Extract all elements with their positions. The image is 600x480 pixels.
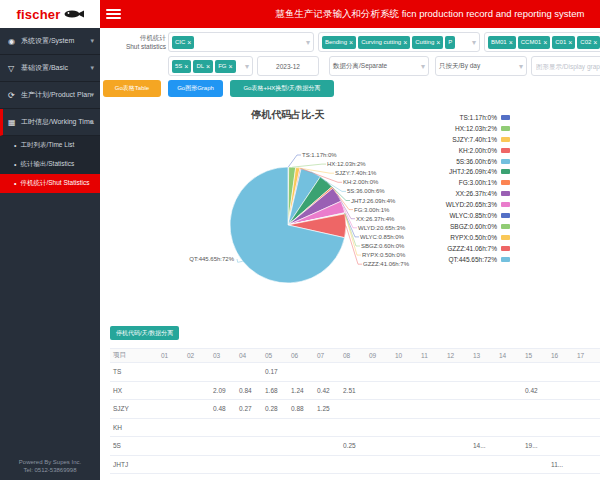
table-cell (314, 418, 340, 437)
table-cell (496, 400, 522, 419)
sidebar-item-label: 系统设置/System (21, 36, 74, 46)
table-col-header: 14 (496, 349, 522, 363)
sidebar-item-system[interactable]: ◉系统设置/System▾ (0, 28, 100, 55)
table-col-header: 08 (340, 349, 366, 363)
legend-item-WLYD[interactable]: WLYD:20.65h:3% (418, 199, 510, 210)
table-col-header: 16 (548, 349, 574, 363)
gear-icon: ◉ (8, 37, 17, 46)
table-cell (522, 455, 548, 474)
legend-item-WLYC[interactable]: WLYC:0.85h:0% (418, 210, 510, 221)
legend-item-5S[interactable]: 5S:36.00h:6% (418, 156, 510, 167)
legend-item-GZZZ[interactable]: GZZZ:41.06h:7% (418, 243, 510, 254)
table-cell (444, 455, 470, 474)
sidebar-item-basic[interactable]: ▽基础设置/Basic▾ (0, 55, 100, 82)
table-cell: 0.25 (340, 437, 366, 456)
pie-label-JHTJ: JHTJ:26.09h:4% (351, 198, 396, 204)
legend-item-FG[interactable]: FG:3.00h:1% (418, 177, 510, 188)
sidebar-nav: ◉系统设置/System▾▽基础设置/Basic▾⟳生产计划/Product P… (0, 28, 100, 480)
table-cell (548, 400, 574, 419)
table-cell: 0.48 (210, 400, 236, 419)
chevron-down-icon: ▾ (90, 37, 94, 45)
legend-item-KH[interactable]: KH:2.00h:0% (418, 145, 510, 156)
section-button[interactable]: 停机代码/天/数据分离 (110, 326, 179, 340)
table-col-header: 09 (366, 349, 392, 363)
legend-swatch (501, 202, 510, 207)
table-cell (184, 400, 210, 419)
table-cell (288, 437, 314, 456)
row-name: TS (110, 363, 158, 382)
legend-label: TS:1.17h:0% (459, 114, 497, 121)
sidebar-subitem-statistics[interactable]: •统计输出/Statistics (0, 155, 100, 174)
sidebar-item-product-plan[interactable]: ⟳生产计划/Product Plan▾ (0, 82, 100, 109)
table-row-HX: HX2.090.841.681.240.422.510.42 (110, 381, 600, 400)
powered-by: Powered By Supes Inc. Tel: 0512-53869998 (0, 458, 100, 474)
legend-item-JHTJ[interactable]: JHTJ:26.09h:4% (418, 166, 510, 177)
pie-label-FG: FG:3.00h:1% (354, 207, 390, 213)
table-col-header: 03 (210, 349, 236, 363)
table-cell (236, 363, 262, 382)
legend-swatch (501, 180, 510, 185)
table-cell (340, 474, 366, 480)
table-cell (340, 400, 366, 419)
table-cell: 0.17 (262, 363, 288, 382)
table-cell: 0.27 (236, 400, 262, 419)
sidebar-subitem-shut-statistics[interactable]: •停机统计/Shut Statistics (0, 174, 100, 193)
table-cell (262, 418, 288, 437)
table-cell (496, 474, 522, 480)
legend-label: KH:2.00h:0% (459, 147, 497, 154)
pie-label-HX: HX:12.03h:2% (327, 161, 366, 167)
pie-leader-line (292, 164, 326, 167)
table-row-TS: TS0.17 (110, 363, 600, 382)
sidebar-item-working-time[interactable]: ▦工时信息/Working Time▴ (0, 109, 100, 136)
hamburger-menu-icon[interactable] (106, 6, 121, 21)
app-title: 慧鱼生产记录输入和分析系统 ficn production record and… (270, 0, 590, 28)
table-col-header: 06 (288, 349, 314, 363)
table-cell (496, 418, 522, 437)
legend-swatch (501, 137, 510, 142)
row-name: JHTJ (110, 455, 158, 474)
legend-item-QT[interactable]: QT:445.65h:72% (418, 254, 510, 265)
table-cell (236, 455, 262, 474)
table-cell (288, 455, 314, 474)
table-cell: 0.84 (236, 381, 262, 400)
sidebar-subitem-label: 统计输出/Statistics (20, 160, 74, 169)
pie-label-WLYD: WLYD:20.65h:3% (358, 225, 406, 231)
legend-label: 5S:36.00h:6% (456, 158, 497, 165)
legend-item-XX[interactable]: XX:26.37h:4% (418, 188, 510, 199)
pie-label-RYPX: RYPX:0.50h:0% (362, 252, 406, 258)
table-cell (184, 474, 210, 480)
table-cell (236, 474, 262, 480)
legend-item-TS[interactable]: TS:1.17h:0% (418, 112, 510, 123)
row-name: 5S (110, 437, 158, 456)
table-cell (548, 474, 574, 480)
bullet-icon: • (14, 180, 16, 187)
table-cell (418, 455, 444, 474)
legend-label: XX:26.37h:4% (455, 190, 497, 197)
table-cell (574, 455, 600, 474)
table-cell (444, 437, 470, 456)
legend-item-HX[interactable]: HX:12.03h:2% (418, 123, 510, 134)
table-cell (158, 437, 184, 456)
legend-item-SJZY[interactable]: SJZY:7.40h:1% (418, 134, 510, 145)
table-cell (236, 418, 262, 437)
table-cell (574, 474, 600, 480)
legend-label: WLYC:0.85h:0% (449, 212, 497, 219)
legend-item-SBGZ[interactable]: SBGZ:0.60h:0% (418, 221, 510, 232)
table-cell (366, 363, 392, 382)
filter-icon: ▽ (8, 64, 17, 73)
table-cell (444, 418, 470, 437)
table-cell (340, 363, 366, 382)
table-cell (184, 455, 210, 474)
legend-item-RYPX[interactable]: RYPX:0.50h:0% (418, 232, 510, 243)
pie-label-TS: TS:1.17h:0% (302, 152, 337, 158)
sidebar-subitem-time-list[interactable]: •工时列表/Time List (0, 136, 100, 155)
legend-label: RYPX:0.50h:0% (450, 234, 497, 241)
legend-swatch (501, 148, 510, 153)
table-cell: 0.88 (288, 400, 314, 419)
table-cell (158, 381, 184, 400)
table-cell: 0.42 (522, 381, 548, 400)
table-cell (548, 381, 574, 400)
legend-swatch (501, 257, 510, 262)
sidebar-item-label: 工时信息/Working Time (21, 117, 94, 127)
pie-label-WLYC: WLYC:0.85h:0% (360, 234, 405, 240)
